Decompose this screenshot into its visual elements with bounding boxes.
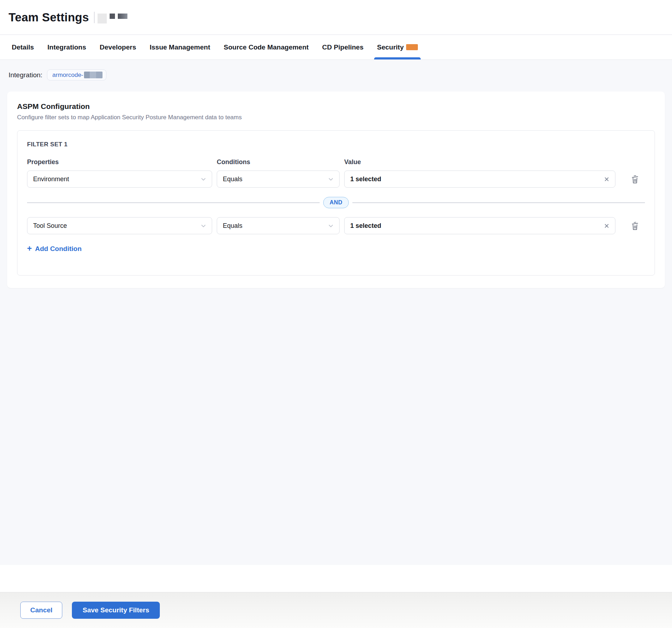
settings-tabbar: Details Integrations Developers Issue Ma… xyxy=(0,35,672,60)
tab-label: Issue Management xyxy=(150,43,210,51)
trash-icon xyxy=(631,174,640,184)
save-security-filters-button[interactable]: Save Security Filters xyxy=(72,602,160,619)
tab-details[interactable]: Details xyxy=(12,35,34,59)
active-tab-indicator xyxy=(374,57,421,59)
tab-label: Integrations xyxy=(47,43,86,51)
tab-cd-pipelines[interactable]: CD Pipelines xyxy=(322,35,363,59)
filter-row-2: Tool Source Equals 1 selected xyxy=(27,217,645,234)
property-select-value: Environment xyxy=(33,176,69,183)
and-joiner-divider: AND xyxy=(27,197,645,208)
divider-line xyxy=(352,203,645,203)
condition-select-row1[interactable]: Equals xyxy=(217,171,340,188)
tab-label: Security xyxy=(377,43,404,51)
tab-label: Details xyxy=(12,43,34,51)
value-selected-count: 1 selected xyxy=(350,176,381,183)
value-multiselect-row1[interactable]: 1 selected xyxy=(344,171,615,188)
redacted-integration-suffix xyxy=(84,72,103,78)
redacted-block xyxy=(98,14,107,23)
value-selected-count: 1 selected xyxy=(350,222,381,230)
value-multiselect-row2[interactable]: 1 selected xyxy=(344,217,615,234)
filter-row-1: Environment Equals 1 selected xyxy=(27,171,645,188)
page-header: Team Settings xyxy=(0,0,672,35)
column-header-conditions: Conditions xyxy=(217,158,340,166)
integration-chip-text: armorcode- xyxy=(52,72,83,79)
tab-label: Source Code Management xyxy=(224,43,309,51)
delete-condition-button-row1[interactable] xyxy=(630,173,640,185)
filter-column-headers: Properties Conditions Value xyxy=(27,158,645,166)
redacted-team-name xyxy=(94,11,127,23)
condition-select-value: Equals xyxy=(223,176,242,183)
property-select-row1[interactable]: Environment xyxy=(27,171,212,188)
condition-select-row2[interactable]: Equals xyxy=(217,217,340,234)
column-header-value: Value xyxy=(344,158,615,166)
tab-label: CD Pipelines xyxy=(322,43,363,51)
trash-icon xyxy=(631,221,640,231)
main-content: Integration: armorcode- ASPM Configurati… xyxy=(0,60,672,565)
plus-icon: + xyxy=(27,245,32,253)
tab-developers[interactable]: Developers xyxy=(100,35,136,59)
action-footer: Cancel Save Security Filters xyxy=(0,592,672,628)
chevron-down-icon xyxy=(328,223,334,229)
tab-source-code-management[interactable]: Source Code Management xyxy=(224,35,309,59)
condition-select-value: Equals xyxy=(223,222,242,230)
tab-integrations[interactable]: Integrations xyxy=(47,35,86,59)
tab-security[interactable]: Security xyxy=(377,35,418,59)
aspm-card-title: ASPM Configuration xyxy=(17,102,655,111)
property-select-value: Tool Source xyxy=(33,222,67,230)
divider-line xyxy=(27,203,320,203)
chevron-down-icon xyxy=(200,176,206,182)
integration-row: Integration: armorcode- xyxy=(7,60,665,80)
integration-chip[interactable]: armorcode- xyxy=(47,69,106,80)
add-condition-label: Add Condition xyxy=(35,245,82,253)
delete-condition-button-row2[interactable] xyxy=(630,220,640,232)
add-condition-button[interactable]: + Add Condition xyxy=(27,245,82,253)
redacted-block xyxy=(118,14,127,19)
tab-issue-management[interactable]: Issue Management xyxy=(150,35,210,59)
content-bottom-spacer xyxy=(0,565,672,592)
aspm-card-subtitle: Configure filter sets to map Application… xyxy=(17,114,655,121)
page-title: Team Settings xyxy=(9,11,89,24)
clear-selection-icon[interactable] xyxy=(604,176,610,182)
column-header-properties: Properties xyxy=(27,158,212,166)
and-joiner-pill[interactable]: AND xyxy=(323,197,349,208)
cancel-button[interactable]: Cancel xyxy=(20,602,62,619)
chevron-down-icon xyxy=(200,223,206,229)
property-select-row2[interactable]: Tool Source xyxy=(27,217,212,234)
clear-selection-icon[interactable] xyxy=(604,223,610,229)
integration-label: Integration: xyxy=(9,71,42,79)
aspm-configuration-card: ASPM Configuration Configure filter sets… xyxy=(7,91,665,288)
title-divider xyxy=(94,12,95,23)
redacted-block xyxy=(110,14,115,19)
chevron-down-icon xyxy=(328,176,334,182)
tab-label: Developers xyxy=(100,43,136,51)
security-count-badge-redacted xyxy=(406,44,418,50)
filter-set-1: FILTER SET 1 Properties Conditions Value… xyxy=(17,130,655,276)
filter-set-title: FILTER SET 1 xyxy=(27,141,645,148)
